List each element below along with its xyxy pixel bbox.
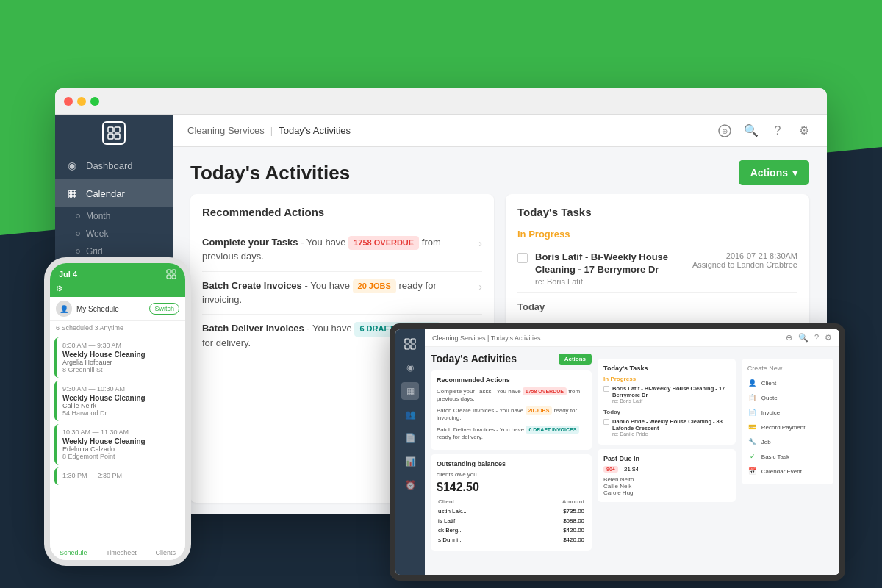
tablet-90-badge: 90+	[603, 466, 618, 473]
tablet-page-title: Today's Activities	[431, 353, 517, 365]
top-nav: Cleaning Services | Today's Activities ⊕…	[173, 115, 827, 147]
notifications-icon[interactable]: ⊕	[717, 123, 733, 139]
settings-icon[interactable]: ⚙	[796, 123, 812, 139]
breadcrumb: Cleaning Services | Today's Activities	[187, 125, 711, 136]
phone-switch-button[interactable]: Switch	[149, 303, 179, 315]
tablet-file-icon[interactable]: 📄	[401, 429, 419, 447]
tablet-chart-icon[interactable]: 📊	[401, 453, 419, 470]
tablet-logo-icon	[401, 335, 419, 353]
window-titlebar	[55, 88, 827, 115]
tablet-create-client[interactable]: 👤 Client	[747, 376, 828, 390]
jobs-badge: 20 JOBS	[353, 279, 396, 293]
table-row[interactable]: s Dunni... $420.00	[437, 535, 586, 545]
tablet-create-job[interactable]: 🔧 Job	[747, 434, 828, 449]
tablet-tasks-title: Today's Tasks	[603, 365, 730, 372]
tablet-owe-text: clients owe you	[437, 471, 586, 478]
col-amount: Amount	[520, 497, 586, 506]
svg-rect-7	[172, 270, 176, 273]
task-item-boris[interactable]: Boris Latif - Bi-Weekly House Cleaning -…	[517, 245, 797, 293]
phone-tab-schedule[interactable]: Schedule	[60, 549, 87, 556]
tablet-recommended-title: Recommended Actions	[437, 376, 586, 384]
tablet-past-due-clients: Belen Nelto Callie Neik Carole Hug	[603, 476, 730, 496]
chevron-down-icon: ▾	[792, 167, 797, 179]
tablet-notifications-icon[interactable]: ⊕	[786, 333, 792, 343]
tablet-time-icon[interactable]: ⏰	[401, 476, 419, 494]
tablet-calendar-icon[interactable]: ▦	[401, 382, 419, 400]
tablet-mockup: ◉ ▦ 👥 📄 📊 ⏰ Cleaning Services | Today's …	[390, 323, 845, 581]
phone-tab-bar: Schedule Timesheet Clients	[50, 545, 185, 560]
table-row[interactable]: is Latif $588.00	[437, 516, 586, 526]
tablet-nav-icons: ⊕ 🔍 ? ⚙	[786, 333, 832, 343]
tablet-create-quote[interactable]: 📋 Quote	[747, 390, 828, 405]
tablet-rec-3[interactable]: Batch Deliver Invoices - You have 6 DRAF…	[437, 426, 586, 442]
nav-icons: ⊕ 🔍 ? ⚙	[717, 123, 812, 139]
sidebar-sub-week[interactable]: Week	[55, 225, 173, 243]
sub-dot	[76, 249, 80, 254]
phone-mockup: Jul 4 ⚙ 👤 My Schedule Switch 6 Scheduled…	[44, 257, 191, 566]
phone-tab-timesheet[interactable]: Timesheet	[106, 549, 137, 556]
tablet-jobs-badge: 20 JOBS	[526, 406, 553, 415]
tablet-task-danilo[interactable]: Danilo Pride - Weekly House Cleaning - 8…	[603, 418, 730, 437]
rec-item-invoices[interactable]: Batch Create Invoices - You have 20 JOBS…	[202, 272, 482, 315]
svg-rect-9	[172, 275, 176, 279]
help-icon[interactable]: ?	[770, 123, 786, 139]
phone-tab-clients[interactable]: Clients	[156, 549, 176, 556]
rec-item-tasks[interactable]: Complete your Tasks - You have 1758 OVER…	[202, 229, 482, 272]
phone-job-1[interactable]: 8:30 AM — 9:30 AM Weekly House Cleaning …	[54, 337, 181, 378]
sub-dot	[76, 214, 80, 218]
task-checkbox[interactable]	[517, 253, 528, 263]
sidebar-sub-month[interactable]: Month	[55, 207, 173, 225]
tablet-main-area: Today's Activities Actions Recommended A…	[431, 353, 592, 569]
col-client: Client	[437, 497, 520, 506]
close-button[interactable]	[64, 97, 73, 106]
phone-header: Jul 4	[50, 263, 185, 282]
tablet-settings-icon[interactable]: ⚙	[825, 333, 832, 343]
phone-schedule-header: 👤 My Schedule Switch	[50, 297, 185, 321]
tablet-body: Today's Activities Actions Recommended A…	[425, 347, 839, 575]
payment-icon: 💳	[747, 422, 758, 432]
tablet-past-due-card: Past Due In 90+ 21 $4 Belen Nelto Callie…	[598, 449, 736, 502]
today-label: Today	[517, 301, 797, 312]
tablet-dashboard-icon[interactable]: ◉	[401, 359, 419, 376]
tablet-search-icon[interactable]: 🔍	[798, 333, 808, 343]
tablet-rec-1[interactable]: Complete your Tasks - You have 1758 OVER…	[437, 387, 586, 404]
tablet-people-icon[interactable]: 👥	[401, 406, 419, 423]
tablet-create-invoice[interactable]: 📄 Invoice	[747, 405, 828, 420]
svg-rect-2	[108, 134, 113, 139]
tablet-outstanding-table: Client Amount ustin Lak... $735.00 is La…	[437, 497, 586, 545]
tablet-tasks-card: Today's Tasks In Progress Boris Latif - …	[598, 359, 736, 445]
phone-job-3[interactable]: 10:30 AM — 11:30 AM Weekly House Cleanin…	[54, 424, 181, 465]
svg-text:⊕: ⊕	[722, 127, 728, 135]
tablet-page-header: Today's Activities Actions	[431, 353, 592, 365]
maximize-button[interactable]	[90, 97, 99, 106]
tablet-create-payment[interactable]: 💳 Record Payment	[747, 420, 828, 434]
svg-rect-11	[411, 339, 415, 343]
phone-job-4[interactable]: 1:30 PM — 2:30 PM	[54, 467, 181, 485]
tablet-create-calendar[interactable]: 📅 Calendar Event	[747, 464, 828, 478]
svg-rect-6	[167, 270, 171, 273]
tablet-task-boris[interactable]: Boris Latif - Bi-Weekly House Cleaning -…	[603, 385, 730, 404]
svg-rect-12	[405, 345, 409, 349]
tablet-outstanding-card: Outstanding balances clients owe you $14…	[431, 454, 592, 551]
tablet-create-card: Create New... 👤 Client 📋 Quote 📄 Invoice	[742, 359, 833, 484]
task-checkbox[interactable]	[603, 419, 609, 425]
tablet-rec-2[interactable]: Batch Create Invoices - You have 20 JOBS…	[437, 406, 586, 423]
tablet-create-task[interactable]: ✓ Basic Task	[747, 449, 828, 464]
minimize-button[interactable]	[77, 97, 86, 106]
search-icon[interactable]: 🔍	[743, 123, 759, 139]
tablet-recommended-card: Recommended Actions Complete your Tasks …	[431, 370, 592, 450]
table-row[interactable]: ck Berg... $420.00	[437, 526, 586, 535]
tablet-actions-button[interactable]: Actions	[559, 354, 592, 365]
tablet-topbar: Cleaning Services | Today's Activities ⊕…	[425, 329, 839, 347]
tablet-draft-badge: 6 DRAFT INVOICES	[526, 426, 579, 434]
sidebar-item-calendar[interactable]: ▦ Calendar	[55, 179, 173, 207]
table-row[interactable]: ustin Lak... $735.00	[437, 506, 586, 516]
task-checkbox[interactable]	[603, 386, 609, 392]
actions-button[interactable]: Actions ▾	[739, 160, 809, 185]
phone-job-2[interactable]: 9:30 AM — 10:30 AM Weekly House Cleaning…	[54, 381, 181, 421]
sidebar-item-dashboard[interactable]: ◉ Dashboard	[55, 151, 173, 179]
svg-rect-13	[411, 345, 415, 349]
svg-rect-1	[115, 127, 120, 132]
traffic-lights	[64, 97, 99, 106]
tablet-help-icon[interactable]: ?	[814, 333, 819, 343]
